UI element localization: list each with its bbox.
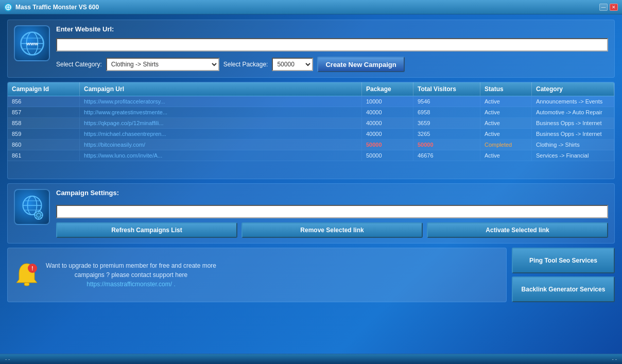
cell-status: Active bbox=[480, 129, 532, 139]
cell-url: https://bitcoineasily.com/ bbox=[80, 140, 362, 150]
url-section-label: Enter Website Url: bbox=[56, 25, 114, 33]
category-select[interactable]: Clothing -> Shirts Announcements -> Even… bbox=[106, 58, 219, 71]
close-button[interactable]: ✕ bbox=[610, 4, 618, 11]
cell-category: Business Opps -> Internet bbox=[532, 129, 614, 139]
svg-rect-25 bbox=[24, 283, 29, 286]
cell-url: https://www.luno.com/invite/A... bbox=[80, 150, 362, 161]
cell-id: 856 bbox=[8, 96, 80, 107]
service-buttons: Ping Tool Seo Services Backlink Generato… bbox=[512, 248, 615, 302]
url-panel: WWW Enter Website Url: Select Category: … bbox=[7, 20, 615, 78]
svg-text:!: ! bbox=[31, 266, 33, 271]
cell-id: 858 bbox=[8, 118, 80, 128]
cell-id: 857 bbox=[8, 107, 80, 117]
settings-globe-icon bbox=[14, 189, 50, 225]
url-input[interactable] bbox=[56, 38, 608, 51]
cell-visitors: 3265 bbox=[413, 129, 480, 139]
cell-category: Business Opps -> Internet bbox=[532, 118, 614, 128]
cell-visitors: 3659 bbox=[413, 118, 480, 128]
table-body[interactable]: 856 https://www.profitacceleratorsy... 1… bbox=[8, 96, 614, 179]
cell-visitors: 9546 bbox=[413, 96, 480, 107]
ping-tool-button[interactable]: Ping Tool Seo Services bbox=[512, 248, 615, 273]
globe-icon-container: WWW bbox=[14, 25, 50, 61]
cell-status: Completed bbox=[480, 140, 532, 150]
col-header-category: Category bbox=[532, 82, 614, 96]
url-row2: Select Category: Clothing -> Shirts Anno… bbox=[56, 57, 608, 72]
cell-category: Automotive -> Auto Repair bbox=[532, 107, 614, 117]
cell-package: 40000 bbox=[362, 118, 413, 128]
cell-url: https://www.profitacceleratorsy... bbox=[80, 96, 362, 107]
table-row[interactable]: 861 https://www.luno.com/invite/A... 500… bbox=[8, 150, 614, 161]
cell-visitors: 46676 bbox=[413, 150, 480, 161]
globe-settings-icon bbox=[18, 193, 46, 221]
cell-status: Active bbox=[480, 150, 532, 161]
status-right: - - bbox=[612, 356, 617, 362]
settings-section: Campaign Settings: Refresh Campaigns Lis… bbox=[14, 189, 608, 238]
url-section: WWW Enter Website Url: Select Category: … bbox=[14, 25, 608, 72]
globe-www-icon: WWW bbox=[18, 29, 46, 58]
settings-controls: Campaign Settings: Refresh Campaigns Lis… bbox=[56, 189, 608, 238]
package-select[interactable]: 10000 20000 30000 40000 50000 bbox=[272, 58, 313, 71]
status-left: - - bbox=[5, 356, 10, 362]
cell-id: 860 bbox=[8, 140, 80, 150]
settings-panel: Campaign Settings: Refresh Campaigns Lis… bbox=[7, 183, 615, 244]
cell-url: https://michael.chaseentrepren... bbox=[80, 129, 362, 139]
bell-notification-icon: ! bbox=[14, 261, 40, 289]
table-row[interactable]: 860 https://bitcoineasily.com/ 50000 500… bbox=[8, 140, 614, 150]
app-icon bbox=[4, 3, 12, 11]
table-row[interactable]: 859 https://michael.chaseentrepren... 40… bbox=[8, 129, 614, 140]
table-row[interactable]: 858 https://qkpage.co/p/12minaffili... 4… bbox=[8, 118, 614, 129]
settings-input[interactable] bbox=[56, 205, 608, 218]
cell-package: 50000 bbox=[362, 150, 413, 161]
cell-category: Announcements -> Events bbox=[532, 96, 614, 107]
cell-status: Active bbox=[480, 118, 532, 128]
cell-visitors: 50000 bbox=[413, 140, 480, 150]
cell-package: 40000 bbox=[362, 129, 413, 139]
cell-package: 40000 bbox=[362, 107, 413, 117]
package-label: Select Package: bbox=[223, 61, 268, 68]
cell-id: 861 bbox=[8, 150, 80, 161]
category-label: Select Category: bbox=[56, 61, 102, 68]
settings-label: Campaign Settings: bbox=[56, 189, 608, 197]
window-controls: — ✕ bbox=[599, 4, 618, 11]
table-row[interactable]: 857 http://www.greatestinvestmente... 40… bbox=[8, 107, 614, 118]
minimize-button[interactable]: — bbox=[599, 4, 608, 11]
notification-box: ! Want to upgrade to premium member for … bbox=[7, 248, 507, 302]
svg-line-21 bbox=[36, 212, 36, 213]
cell-category: Clothing -> Shirts bbox=[532, 140, 614, 150]
table-row[interactable]: 856 https://www.profitacceleratorsy... 1… bbox=[8, 96, 614, 107]
cell-status: Active bbox=[480, 96, 532, 107]
title-bar: Mass Traffic Monster VS 600 — ✕ bbox=[0, 0, 622, 14]
cell-url: http://www.greatestinvestmente... bbox=[80, 107, 362, 117]
app-title: Mass Traffic Monster VS 600 bbox=[15, 4, 596, 11]
notification-link: https://masstrafficmonster.com/ . bbox=[87, 281, 176, 288]
campaign-table: Campaign Id Campaign Url Package Total V… bbox=[7, 82, 615, 179]
col-header-url: Campaign Url bbox=[80, 82, 362, 96]
cell-id: 859 bbox=[8, 129, 80, 139]
svg-line-24 bbox=[36, 217, 36, 218]
cell-package: 10000 bbox=[362, 96, 413, 107]
svg-text:WWW: WWW bbox=[26, 42, 38, 46]
cell-package: 50000 bbox=[362, 140, 413, 150]
table-header: Campaign Id Campaign Url Package Total V… bbox=[8, 82, 614, 96]
main-content: WWW Enter Website Url: Select Category: … bbox=[0, 14, 622, 364]
col-header-visitors: Total Visitors bbox=[413, 82, 480, 96]
status-bar: - - - - bbox=[0, 354, 622, 364]
cell-category: Services -> Financial bbox=[532, 150, 614, 161]
create-campaign-button[interactable]: Create New Campaign bbox=[317, 57, 404, 72]
remove-selected-button[interactable]: Remove Selected link bbox=[241, 222, 423, 238]
url-controls: Enter Website Url: Select Category: Clot… bbox=[56, 25, 608, 72]
col-header-id: Campaign Id bbox=[8, 82, 80, 96]
cell-visitors: 6958 bbox=[413, 107, 480, 117]
svg-line-23 bbox=[41, 212, 41, 213]
notification-text: Want to upgrade to premium member for fr… bbox=[46, 261, 216, 289]
backlink-generator-button[interactable]: Backlink Generator Services bbox=[512, 276, 615, 302]
table-empty-space bbox=[8, 161, 614, 179]
settings-buttons: Refresh Campaigns List Remove Selected l… bbox=[56, 222, 608, 238]
svg-line-22 bbox=[41, 217, 41, 218]
activate-selected-button[interactable]: Activate Selected link bbox=[427, 222, 608, 238]
col-header-status: Status bbox=[480, 82, 532, 96]
bell-icon-wrap: ! bbox=[14, 261, 40, 289]
cell-status: Active bbox=[480, 107, 532, 117]
bottom-row: ! Want to upgrade to premium member for … bbox=[7, 248, 615, 302]
refresh-campaigns-button[interactable]: Refresh Campaigns List bbox=[56, 222, 237, 238]
